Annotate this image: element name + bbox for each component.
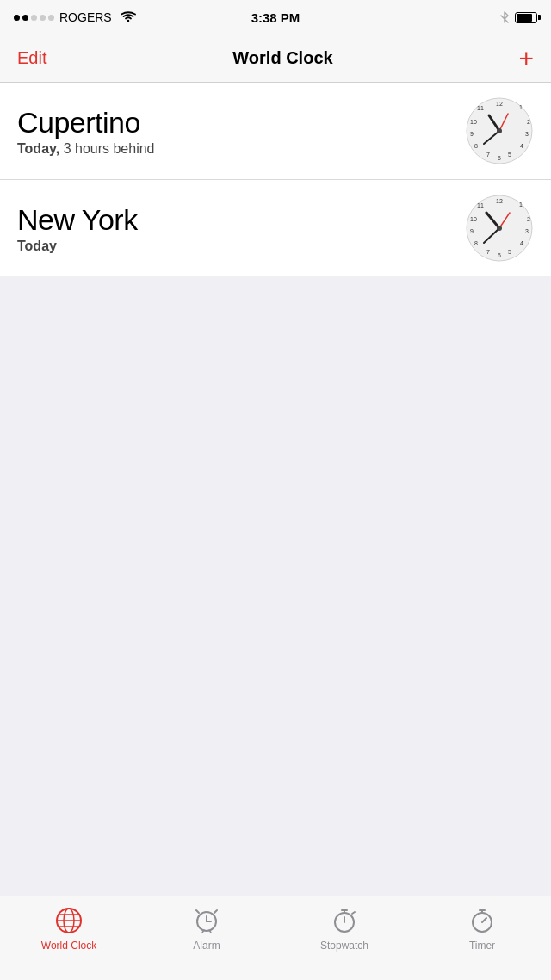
edit-button[interactable]: Edit (17, 48, 46, 68)
clock-info-cupertino: Cupertino Today, 3 hours behind (17, 106, 465, 157)
tab-timer[interactable]: Timer (413, 905, 551, 952)
signal-dots (14, 15, 54, 21)
svg-point-33 (497, 226, 502, 231)
signal-dot-2 (22, 15, 28, 21)
svg-text:10: 10 (470, 216, 477, 222)
svg-text:4: 4 (520, 143, 523, 149)
svg-text:8: 8 (474, 143, 478, 149)
signal-dot-4 (40, 15, 46, 21)
clock-city-cupertino: Cupertino (17, 106, 465, 140)
svg-line-42 (196, 910, 199, 913)
page-title: World Clock (232, 48, 332, 68)
stopwatch-icon (329, 905, 360, 936)
tab-label-stopwatch: Stopwatch (320, 940, 368, 952)
svg-text:7: 7 (486, 152, 490, 158)
signal-dot-5 (48, 15, 54, 21)
clock-detail-newyork: Today (17, 239, 465, 254)
svg-text:12: 12 (496, 101, 503, 107)
svg-text:6: 6 (498, 155, 501, 161)
svg-text:3: 3 (525, 131, 529, 137)
carrier-name: ROGERS (59, 10, 112, 24)
battery-fill (517, 14, 532, 22)
nav-bar: Edit World Clock + (0, 34, 551, 83)
wifi-icon (121, 11, 136, 23)
svg-line-52 (482, 918, 486, 922)
svg-text:11: 11 (477, 202, 484, 208)
svg-line-50 (352, 912, 355, 914)
tab-world-clock[interactable]: World Clock (0, 905, 138, 952)
analog-clock-newyork: 12 1 2 3 4 5 6 7 8 9 10 11 (465, 194, 534, 263)
status-bar: ROGERS 3:38 PM (0, 0, 551, 34)
world-clock-icon (53, 905, 84, 936)
tab-bar: World Clock Alarm (0, 896, 551, 980)
status-left: ROGERS (14, 10, 136, 24)
svg-text:1: 1 (519, 202, 523, 208)
status-time: 3:38 PM (251, 10, 300, 25)
tab-stopwatch[interactable]: Stopwatch (276, 905, 413, 952)
svg-line-43 (214, 910, 217, 913)
svg-text:5: 5 (508, 152, 511, 158)
clock-row-cupertino[interactable]: Cupertino Today, 3 hours behind 12 1 2 3… (0, 83, 551, 179)
svg-text:7: 7 (486, 249, 490, 255)
clock-info-newyork: New York Today (17, 203, 465, 254)
svg-text:5: 5 (508, 249, 511, 255)
signal-dot-1 (14, 15, 20, 21)
signal-dot-3 (31, 15, 37, 21)
svg-text:4: 4 (520, 240, 523, 246)
svg-text:12: 12 (496, 198, 503, 204)
tab-label-alarm: Alarm (193, 940, 220, 952)
svg-text:3: 3 (525, 228, 529, 234)
clock-row-newyork[interactable]: New York Today 12 1 2 3 4 5 6 7 8 9 10 1… (0, 179, 551, 276)
svg-text:10: 10 (470, 119, 477, 125)
svg-text:1: 1 (519, 104, 523, 110)
svg-text:9: 9 (470, 131, 474, 137)
alarm-icon (191, 905, 222, 936)
tab-alarm[interactable]: Alarm (138, 905, 276, 952)
timer-icon (467, 905, 498, 936)
svg-text:11: 11 (477, 105, 484, 111)
empty-area (0, 276, 551, 793)
clock-city-newyork: New York (17, 203, 465, 237)
bluetooth-icon (499, 10, 510, 24)
tab-label-timer: Timer (469, 940, 495, 952)
svg-text:2: 2 (527, 119, 530, 125)
tab-label-world-clock: World Clock (41, 940, 96, 952)
svg-text:8: 8 (474, 240, 478, 246)
svg-text:6: 6 (498, 252, 501, 258)
status-right (499, 10, 537, 24)
analog-clock-cupertino: 12 1 2 3 4 5 6 7 8 9 10 11 (465, 96, 534, 165)
clock-list: Cupertino Today, 3 hours behind 12 1 2 3… (0, 83, 551, 276)
svg-point-16 (497, 128, 502, 133)
svg-text:2: 2 (527, 216, 530, 222)
svg-text:9: 9 (470, 228, 474, 234)
clock-detail-cupertino: Today, 3 hours behind (17, 141, 465, 157)
battery-icon (515, 12, 537, 23)
add-button[interactable]: + (518, 46, 534, 71)
